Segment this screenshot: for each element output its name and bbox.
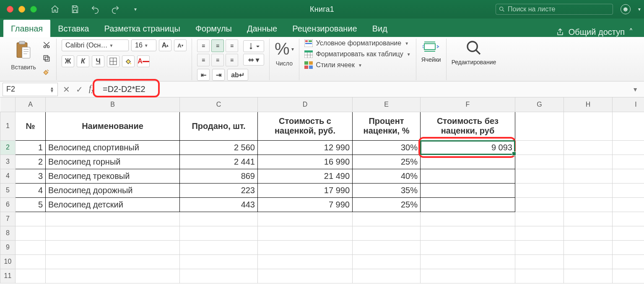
col-header-I[interactable]: I [613, 97, 644, 112]
cell[interactable]: 1 [16, 141, 45, 155]
row-header[interactable]: 2 [0, 140, 16, 155]
cell-styles-button[interactable]: Стили ячеек ▼ [304, 61, 411, 69]
minimize-window-button[interactable] [18, 6, 25, 13]
cell[interactable] [515, 112, 564, 140]
cell[interactable] [564, 169, 612, 183]
orientation-button[interactable]: ⭭ ▾ [243, 40, 264, 52]
col-header-E[interactable]: E [353, 97, 421, 112]
cell[interactable]: Процент наценки, % [353, 112, 420, 140]
cell[interactable]: 2 441 [180, 155, 257, 169]
paste-button[interactable]: Вставить [8, 39, 39, 71]
cell[interactable] [564, 184, 612, 197]
cell[interactable]: Велосипед спортивный [46, 141, 179, 155]
cell[interactable] [421, 169, 515, 183]
cell[interactable]: Стоимость с наценкой, руб. [258, 112, 352, 140]
tab-view[interactable]: Вид [365, 20, 395, 37]
collapse-ribbon-icon[interactable]: ˄ [629, 27, 633, 37]
wrap-text-button[interactable]: ab↵ [227, 69, 248, 81]
cell[interactable]: 25% [353, 155, 420, 169]
cell[interactable]: Велосипед трековый [46, 169, 179, 183]
row-header[interactable]: 6 [0, 197, 16, 212]
cell[interactable]: 869 [180, 169, 257, 183]
font-color-button[interactable]: A [137, 55, 150, 67]
qat-customize-icon[interactable]: ▾ [129, 3, 142, 16]
share-label[interactable]: Общий доступ [569, 27, 625, 37]
increase-font-button[interactable]: A▴ [159, 39, 171, 51]
cell[interactable]: 16 990 [258, 155, 352, 169]
cell[interactable]: 2 560 [180, 141, 257, 155]
cell[interactable]: 443 [180, 198, 257, 212]
cell[interactable]: 5 [16, 198, 45, 212]
cell[interactable]: 40% [353, 169, 420, 183]
row-header[interactable]: 8 [0, 226, 16, 240]
italic-button[interactable]: К [77, 55, 89, 67]
conditional-formatting-button[interactable]: Условное форматирование ▼ [304, 39, 411, 47]
cell[interactable]: Велосипед дорожный [46, 184, 179, 197]
format-as-table-button[interactable]: Форматировать как таблицу ▼ [304, 50, 411, 58]
cell[interactable] [613, 155, 644, 169]
row-header[interactable]: 7 [0, 212, 16, 226]
bold-button[interactable]: Ж [62, 55, 74, 67]
expand-formula-bar-icon[interactable]: ▼ [626, 86, 644, 93]
tab-home[interactable]: Главная [3, 20, 50, 37]
cell[interactable]: 21 490 [258, 169, 352, 183]
cell[interactable] [564, 141, 612, 155]
cell[interactable]: 3 [16, 169, 45, 183]
home-icon[interactable] [49, 3, 61, 16]
align-middle-button[interactable]: ≡ [211, 39, 224, 52]
row-header[interactable]: 10 [0, 254, 16, 269]
fx-icon[interactable]: fx [89, 84, 94, 95]
borders-button[interactable] [107, 55, 119, 67]
titlebar-chevron-icon[interactable]: ▾ [638, 6, 641, 12]
row-header[interactable]: 3 [0, 155, 16, 169]
cell[interactable] [613, 184, 644, 197]
cell[interactable] [421, 155, 515, 169]
cut-icon[interactable] [42, 40, 51, 50]
col-header-A[interactable]: A [16, 97, 46, 112]
cell[interactable] [515, 155, 564, 169]
row-header[interactable]: 1 [0, 112, 16, 140]
search-field[interactable]: Поиск на листе [496, 4, 613, 15]
share-icon[interactable] [556, 28, 564, 36]
col-header-C[interactable]: C [180, 97, 258, 112]
tab-page-layout[interactable]: Разметка страницы [96, 20, 187, 37]
cell[interactable] [515, 141, 564, 155]
font-size-select[interactable]: 16▼ [131, 39, 156, 51]
col-header-B[interactable]: B [46, 97, 180, 112]
cell[interactable]: Наименование [46, 112, 179, 140]
select-all-corner[interactable] [0, 97, 16, 112]
cell[interactable]: № [16, 112, 45, 140]
cell[interactable] [613, 198, 644, 212]
redo-icon[interactable] [109, 3, 122, 16]
cell[interactable]: 35% [353, 184, 420, 197]
cell[interactable] [421, 184, 515, 197]
row-header[interactable]: 11 [0, 269, 16, 283]
col-header-G[interactable]: G [515, 97, 564, 112]
row-header[interactable]: 5 [0, 183, 16, 197]
format-painter-icon[interactable] [42, 67, 51, 76]
feedback-icon[interactable]: ☻ [621, 4, 631, 14]
row-header[interactable]: 4 [0, 169, 16, 183]
cell[interactable]: 30% [353, 141, 420, 155]
decrease-indent-button[interactable]: ⇤ [197, 69, 210, 81]
save-icon[interactable] [69, 3, 81, 16]
cell[interactable] [564, 198, 612, 212]
spreadsheet-grid[interactable]: A B C D E F G H I 1 № Наименование Прода… [0, 97, 644, 283]
cell[interactable]: 12 990 [258, 141, 352, 155]
merge-cells-button[interactable]: ⇔ ▾ [243, 54, 264, 66]
tab-formulas[interactable]: Формулы [188, 20, 239, 37]
cell[interactable]: Велосипед детский [46, 198, 179, 212]
align-bottom-button[interactable]: ≡ [226, 39, 238, 52]
cell[interactable]: 7 990 [258, 198, 352, 212]
cell[interactable] [613, 141, 644, 155]
name-box-stepper-icon[interactable]: ▲▼ [50, 87, 54, 92]
cell[interactable]: Стоимость без наценки, руб [421, 112, 515, 140]
zoom-window-button[interactable] [30, 6, 37, 13]
cell[interactable]: 17 990 [258, 184, 352, 197]
align-top-button[interactable]: ≡ [197, 39, 210, 52]
cell[interactable]: 4 [16, 184, 45, 197]
cell[interactable]: Велосипед горный [46, 155, 179, 169]
editing-button[interactable]: Редактирование [452, 39, 496, 66]
cancel-formula-icon[interactable]: ✕ [63, 84, 70, 94]
formula-input[interactable]: =D2-D2*E2 [99, 84, 150, 95]
